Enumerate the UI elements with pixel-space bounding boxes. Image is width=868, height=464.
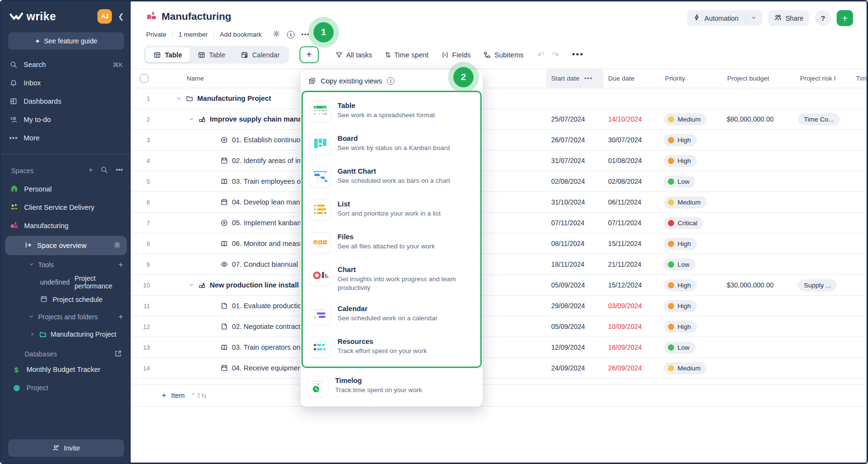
budget-cell[interactable] xyxy=(723,192,795,212)
task-name[interactable]: 05. Implement kanban s xyxy=(232,219,307,227)
time-cell[interactable] xyxy=(853,275,867,295)
task-name[interactable]: Improve supply chain mana xyxy=(210,115,302,123)
column-time[interactable]: Tim xyxy=(853,69,867,88)
add-tool-icon[interactable]: + xyxy=(119,260,123,269)
risk-cell[interactable] xyxy=(795,316,853,337)
risk-cell[interactable]: Time Co... xyxy=(795,109,853,129)
search-spaces-icon[interactable] xyxy=(100,166,108,175)
sidebar-tool-project-schedule[interactable]: Project schedule xyxy=(1,291,131,308)
meta-add-bookmark[interactable]: Add bookmark xyxy=(214,31,268,38)
table-row[interactable]: 7 05. Implement kanban s 07/11/2024 07/1… xyxy=(131,213,867,233)
budget-cell[interactable] xyxy=(723,316,795,337)
column-menu-icon[interactable]: ••• xyxy=(584,75,593,82)
due-date-cell[interactable]: 30/07/2024 xyxy=(603,130,660,150)
view-option-gantt-chart[interactable]: Gantt Chart See scheduled work as bars o… xyxy=(303,161,480,193)
risk-cell[interactable] xyxy=(795,150,853,171)
table-row[interactable]: 12 02. Negotiate contract w 05/09/2024 1… xyxy=(131,316,867,337)
table-row[interactable]: 5 03. Train employees on 02/08/2024 02/0… xyxy=(131,171,867,192)
priority-cell[interactable]: High xyxy=(660,296,723,316)
meta-1-member[interactable]: 1 member xyxy=(172,31,214,38)
risk-cell[interactable] xyxy=(795,213,853,233)
risk-cell[interactable] xyxy=(795,254,853,274)
column-project-budget[interactable]: Project budget xyxy=(723,69,795,88)
view-option-chart[interactable]: Chart Get insights into work progress an… xyxy=(303,259,480,298)
expand-chevron-icon[interactable] xyxy=(176,96,182,101)
task-name[interactable]: 03. Train employees on xyxy=(232,177,305,185)
invite-button[interactable]: Invite xyxy=(8,439,124,457)
budget-cell[interactable] xyxy=(723,254,795,274)
start-date-cell[interactable] xyxy=(546,88,603,109)
view-option-resources[interactable]: Resources Track effort spent on your wor… xyxy=(303,331,480,364)
view-option-timelog[interactable]: Timelog Track time spent on your work xyxy=(300,370,483,403)
start-date-cell[interactable]: 05/09/2024 xyxy=(546,275,603,295)
sidebar-item-space-overview[interactable]: Space overview xyxy=(5,236,127,255)
time-cell[interactable] xyxy=(853,109,867,129)
table-row[interactable]: 1 Manufacturing Project xyxy=(131,88,867,109)
start-date-cell[interactable]: 05/09/2024 xyxy=(546,316,603,337)
toolbar-all-tasks[interactable]: All tasks xyxy=(335,51,372,59)
budget-cell[interactable] xyxy=(723,233,795,254)
column-due-date[interactable]: Due date xyxy=(603,69,660,88)
due-date-cell[interactable]: 15/11/2024 xyxy=(603,233,660,254)
column-start-date[interactable]: Start date ••• xyxy=(546,69,603,88)
priority-cell[interactable]: Medium xyxy=(660,109,723,129)
task-name[interactable]: 01. Establish continuous xyxy=(232,136,308,144)
time-cell[interactable] xyxy=(853,233,867,254)
table-row[interactable]: 8 06. Monitor and measur 08/11/2024 15/1… xyxy=(131,233,867,254)
table-row[interactable]: 2 Improve supply chain mana 25/07/2024 1… xyxy=(131,109,867,130)
space-settings-gear-icon[interactable] xyxy=(113,241,121,250)
sidebar-folder-manufacturing-project[interactable]: Manufacturing Project xyxy=(1,326,131,343)
help-button[interactable]: ? xyxy=(815,10,831,26)
due-date-cell[interactable] xyxy=(603,88,660,109)
budget-cell[interactable] xyxy=(723,337,795,357)
info-icon[interactable]: i xyxy=(287,31,295,39)
view-option-board[interactable]: Board See work by status on a Kanban boa… xyxy=(303,128,480,161)
toolbar-time-spent[interactable]: ⇅ Time spent xyxy=(385,51,429,59)
time-cell[interactable] xyxy=(853,171,867,191)
budget-cell[interactable]: $30,000,000.00 xyxy=(723,275,795,295)
budget-cell[interactable] xyxy=(723,358,795,378)
time-cell[interactable] xyxy=(853,337,867,357)
start-date-cell[interactable]: 26/07/2024 xyxy=(546,130,603,150)
budget-cell[interactable] xyxy=(723,88,795,109)
time-cell[interactable] xyxy=(853,88,867,109)
risk-cell[interactable] xyxy=(795,337,853,357)
settings-gear-icon[interactable] xyxy=(272,30,280,39)
risk-cell[interactable] xyxy=(795,358,853,378)
due-date-cell[interactable]: 06/11/2024 xyxy=(603,192,660,212)
sidebar-item-more[interactable]: ••• More xyxy=(1,129,131,147)
priority-cell[interactable] xyxy=(660,88,723,109)
sidebar-space-client-service-delivery[interactable]: Client Service Delivery xyxy=(1,198,131,217)
chevron-right-icon[interactable] xyxy=(29,331,35,337)
feature-guide-button[interactable]: ✦ See feature guide xyxy=(8,32,124,50)
task-name[interactable]: 07. Conduct biannual lea xyxy=(232,260,309,268)
risk-cell[interactable] xyxy=(795,88,853,109)
due-date-cell[interactable]: 01/08/2024 xyxy=(603,150,660,171)
task-name[interactable]: 04. Receive equipment c xyxy=(232,364,309,372)
meta-more-icon[interactable]: ••• xyxy=(301,31,310,38)
start-date-cell[interactable]: 31/10/2024 xyxy=(546,192,603,212)
time-cell[interactable] xyxy=(853,296,867,316)
time-cell[interactable] xyxy=(853,192,867,212)
add-button[interactable]: + xyxy=(837,10,853,26)
budget-cell[interactable] xyxy=(723,296,795,316)
time-cell[interactable] xyxy=(853,316,867,337)
column-project-risk[interactable]: Project risk l xyxy=(795,69,853,88)
redo-icon[interactable]: ↷ xyxy=(552,50,559,60)
view-tab-table[interactable]: Table xyxy=(146,47,190,62)
due-date-cell[interactable]: 03/09/2024 xyxy=(603,296,660,316)
priority-cell[interactable]: High xyxy=(660,316,723,337)
budget-cell[interactable] xyxy=(723,150,795,171)
sidebar-db-project[interactable]: Project xyxy=(1,379,131,397)
view-option-list[interactable]: List Sort and prioritize your work in a … xyxy=(303,193,480,226)
priority-cell[interactable]: Critical xyxy=(660,213,723,233)
add-project-icon[interactable]: + xyxy=(119,313,123,321)
table-row[interactable]: 4 02. Identify areas of imp 31/07/2024 0… xyxy=(131,150,867,171)
meta-private[interactable]: Private xyxy=(146,31,172,38)
task-name[interactable]: 02. Identify areas of imp xyxy=(232,157,307,164)
sidebar-db-monthly-budget-tracker[interactable]: $ Monthly Budget Tracker xyxy=(1,360,131,379)
sidebar-space-manufacturing[interactable]: Manufacturing xyxy=(1,217,131,235)
view-option-table[interactable]: Table See work in a spreadsheet format xyxy=(303,95,480,128)
time-cell[interactable] xyxy=(853,130,867,150)
time-cell[interactable] xyxy=(853,213,867,233)
